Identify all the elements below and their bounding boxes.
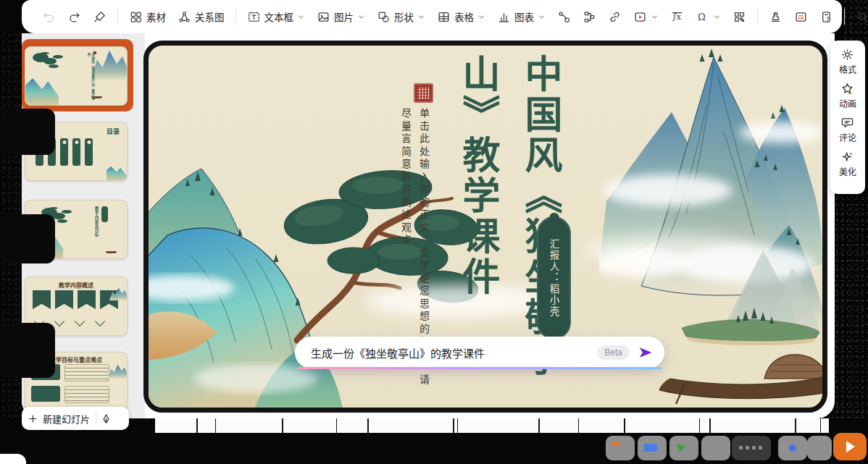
- connector-button[interactable]: [553, 7, 575, 28]
- answer-card-icon: [794, 10, 808, 24]
- materials-button[interactable]: 素材: [125, 6, 170, 28]
- sparkle-icon: [840, 150, 854, 164]
- chevron-down-icon: [651, 13, 659, 21]
- divider: [96, 412, 96, 425]
- toolbar-separator: [117, 9, 118, 25]
- noise-blob: [0, 214, 55, 263]
- chart-icon: [497, 10, 511, 24]
- textbox-button[interactable]: 文本框: [243, 6, 310, 28]
- comment-button[interactable]: 评论: [839, 116, 856, 143]
- send-button[interactable]: [637, 344, 654, 361]
- banners: [33, 290, 118, 309]
- doc-help-button[interactable]: ?: [815, 7, 838, 28]
- org-chart-icon: [583, 10, 596, 24]
- toolbar-separator: [235, 9, 236, 25]
- search-icon: [856, 10, 868, 24]
- new-slide-button[interactable]: 新建幻灯片: [22, 407, 129, 430]
- slide-canvas[interactable]: 单击此处输入你的正文，文字是您思想的提炼，请 尽量言简意赅的阐述观点 中国风《独…: [143, 41, 827, 413]
- redo-button[interactable]: [63, 7, 85, 28]
- comment-label: 评论: [839, 131, 856, 143]
- format-button[interactable]: 格式: [839, 48, 856, 75]
- rocks-mini: [25, 75, 59, 105]
- table-label: 表格: [454, 9, 474, 24]
- beta-badge: Beta: [597, 345, 630, 360]
- chart-label: 图表: [514, 9, 534, 24]
- chevron-down-icon: [297, 13, 305, 21]
- beautify-button[interactable]: 美化: [839, 150, 856, 177]
- undo-button[interactable]: [38, 7, 60, 28]
- format-painter-icon: [93, 10, 107, 24]
- media-icon: [633, 10, 647, 24]
- link-button[interactable]: [604, 7, 626, 28]
- image-label: 图片: [334, 9, 354, 24]
- format-painter-button[interactable]: [88, 7, 111, 28]
- dock-app-icon[interactable]: [807, 436, 832, 460]
- stamp-button[interactable]: [764, 7, 787, 28]
- table-button[interactable]: 表格: [433, 6, 490, 28]
- animation-label: 动画: [839, 97, 856, 109]
- reporter-text: 汇报人：稻小壳: [547, 239, 562, 318]
- plus-icon: [28, 413, 38, 424]
- svg-text:∫x: ∫x: [672, 12, 681, 22]
- mist: [583, 234, 757, 266]
- dock-app-icon[interactable]: [732, 436, 771, 460]
- noise-strip: [155, 418, 829, 433]
- chevron-down-icon: [713, 13, 721, 21]
- star-icon: [840, 82, 854, 96]
- tag-mini: [101, 206, 108, 222]
- shape-icon: [377, 10, 391, 24]
- search-button[interactable]: [851, 7, 868, 28]
- answer-card-button[interactable]: [790, 7, 812, 28]
- send-icon: [637, 344, 654, 361]
- toolbar-separator: [844, 9, 845, 25]
- animation-button[interactable]: 动画: [839, 82, 856, 109]
- materials-label: 素材: [146, 9, 166, 24]
- dock-video-app-icon[interactable]: [833, 433, 867, 460]
- doc-help-icon: ?: [819, 10, 833, 24]
- formula-button[interactable]: ∫x: [666, 7, 688, 28]
- dock-app-icon[interactable]: [778, 436, 807, 460]
- qrcode-button[interactable]: [728, 7, 751, 28]
- org-chart-button[interactable]: [578, 7, 601, 28]
- gear-icon: [840, 48, 854, 62]
- media-button[interactable]: [629, 7, 663, 28]
- chart-button[interactable]: 图表: [493, 6, 550, 28]
- dock-app-icon[interactable]: [701, 436, 730, 460]
- dock-app-icon[interactable]: [669, 436, 698, 460]
- shape-button[interactable]: 形状: [372, 6, 430, 28]
- relation-diagram-icon: [178, 10, 191, 24]
- dock-app-icon[interactable]: [606, 436, 635, 460]
- slide-thumbnail-1[interactable]: 中国风《独坐敬亭山》教学课件: [25, 46, 128, 106]
- relation-diagram-button[interactable]: 关系图: [173, 6, 229, 28]
- ai-pen-icon[interactable]: [101, 413, 112, 424]
- format-label: 格式: [839, 63, 856, 75]
- corner-decoration: [0, 454, 26, 464]
- app-window: 素材 关系图 文本框 图片 形状 表格 图表: [0, 0, 868, 464]
- pine-tree-mini: [33, 53, 49, 62]
- boat-mini: [91, 96, 102, 98]
- red-seal: [414, 83, 433, 103]
- shape-label: 形状: [394, 9, 414, 24]
- textbox-icon: [247, 10, 261, 24]
- ai-input[interactable]: 生成一份《独坐敬亭山》的教学课件: [311, 345, 597, 360]
- dock-app-icon[interactable]: [638, 436, 667, 460]
- right-panel: 格式 动画 评论 美化: [830, 41, 865, 194]
- relation-diagram-label: 关系图: [195, 9, 225, 24]
- reporter-capsule[interactable]: 汇报人：稻小壳: [537, 216, 571, 339]
- svg-text:Ω: Ω: [698, 11, 706, 22]
- thumb-title: 教学内容概述: [25, 281, 127, 289]
- textbox-label: 文本框: [264, 9, 294, 24]
- image-button[interactable]: 图片: [312, 6, 370, 28]
- chevron-down-icon: [538, 13, 546, 21]
- noise-texture: [833, 197, 868, 418]
- thumb-title: 中国风《独坐敬亭山》教学课件: [87, 53, 95, 100]
- noise-blob: [0, 323, 55, 378]
- noise-blob: [0, 109, 55, 155]
- connector-icon: [557, 10, 571, 24]
- rocks-mini: [107, 164, 127, 180]
- boat-mini: [106, 251, 117, 253]
- toolbar: 素材 关系图 文本框 图片 形状 表格 图表: [22, 0, 842, 33]
- ai-generate-bar[interactable]: 生成一份《独坐敬亭山》的教学课件 Beta: [295, 337, 664, 368]
- symbol-button[interactable]: Ω: [691, 7, 725, 28]
- chevron-down-icon: [417, 13, 425, 21]
